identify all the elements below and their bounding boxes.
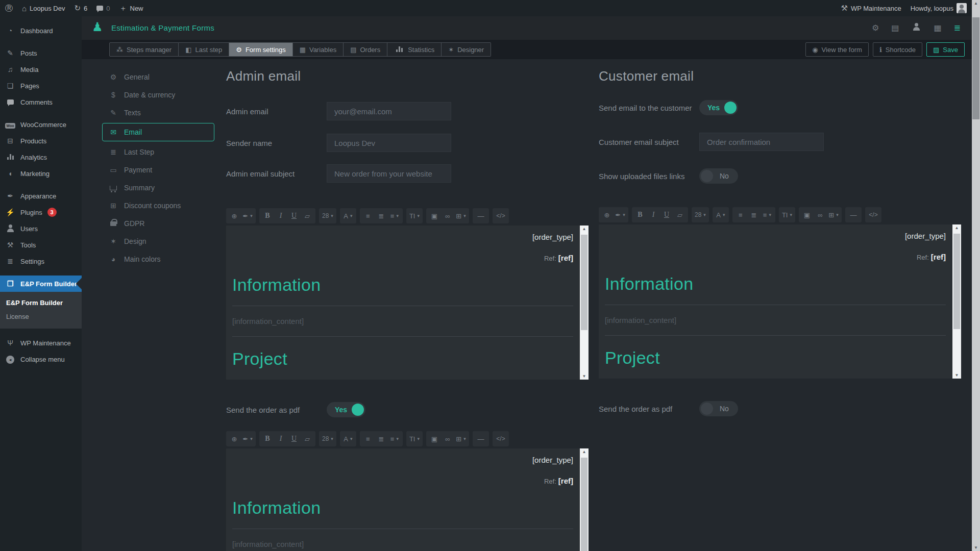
insert-link-icon[interactable]: ∞ — [814, 208, 827, 221]
collapse-menu-button[interactable]: ◂Collapse menu — [0, 351, 82, 367]
settings-nav-discount-coupons[interactable]: ⊞Discount coupons — [102, 198, 214, 213]
sidebar-item-analytics[interactable]: Analytics — [0, 149, 82, 165]
formats-dropdown[interactable]: TI — [780, 208, 794, 221]
sidebar-item-plugins[interactable]: ⚡Plugins3 — [0, 204, 82, 220]
insert-icon[interactable]: ⊕ — [228, 209, 241, 222]
editor-content[interactable]: [order_type] Ref:[ref] Information [info… — [226, 226, 589, 380]
sidebar-item-products[interactable]: ⊟Products — [0, 133, 82, 149]
unordered-list-icon[interactable]: ≡ — [361, 209, 375, 222]
site-name-link[interactable]: ⌂Loopus Dev — [22, 4, 65, 13]
editor-scrollbar[interactable]: ▲ ▼ — [580, 448, 589, 551]
horizontal-rule-icon[interactable]: — — [474, 432, 487, 445]
insert-table-icon[interactable]: ⊞ — [454, 209, 468, 222]
align-dropdown-icon[interactable]: ≡ — [388, 209, 401, 222]
italic-button[interactable]: I — [274, 432, 287, 445]
settings-nav-texts[interactable]: ✎Texts — [102, 105, 214, 120]
insert-image-icon[interactable]: ▣ — [428, 432, 441, 445]
code-view-button[interactable]: </> — [867, 208, 880, 221]
group-icon[interactable] — [911, 23, 921, 33]
style-pen-icon[interactable]: ✒ — [614, 208, 627, 221]
sender-name-input[interactable] — [327, 134, 451, 152]
uploaded-files-toggle[interactable]: No — [699, 168, 738, 184]
bold-button[interactable]: B — [261, 432, 274, 445]
editor-scrollbar[interactable]: ▲ ▼ — [580, 226, 589, 380]
scroll-down-icon[interactable]: ▼ — [952, 373, 961, 378]
comments-link[interactable]: 0 — [96, 5, 110, 12]
align-dropdown-icon[interactable]: ≡ — [761, 208, 774, 221]
sidebar-item-wp-maintenance[interactable]: ΨWP Maintenance — [0, 335, 82, 351]
style-pen-icon[interactable]: ✒ — [241, 209, 254, 222]
customer-subject-input[interactable] — [699, 133, 824, 151]
scroll-up-icon[interactable]: ▲ — [972, 1, 980, 6]
page-scrollbar[interactable]: ▲ ▼ — [972, 0, 980, 551]
settings-gears-icon[interactable]: ⚙ — [872, 23, 879, 33]
insert-link-icon[interactable]: ∞ — [441, 209, 454, 222]
sidebar-item-posts[interactable]: ✎Posts — [0, 45, 82, 61]
settings-nav-design[interactable]: ✶Design — [102, 234, 214, 248]
wordpress-menu[interactable]: Ⓡ — [5, 4, 13, 13]
menu-list-icon[interactable]: ≣ — [954, 23, 961, 33]
tab-designer[interactable]: ✶Designer — [442, 42, 491, 57]
admin-pdf-toggle[interactable]: Yes — [327, 402, 365, 417]
font-size-dropdown[interactable]: 28 — [693, 208, 707, 221]
insert-image-icon[interactable]: ▣ — [428, 209, 441, 222]
scroll-down-icon[interactable]: ▼ — [972, 545, 980, 550]
font-color-dropdown[interactable]: A — [714, 208, 727, 221]
tab-last-step[interactable]: ◧Last step — [179, 42, 229, 57]
unordered-list-icon[interactable]: ≡ — [361, 432, 375, 445]
tab-variables[interactable]: ▦Variables — [293, 42, 344, 57]
insert-image-icon[interactable]: ▣ — [800, 208, 814, 221]
settings-nav-last-step[interactable]: ≣Last Step — [102, 144, 214, 159]
remove-format-icon[interactable]: ▱ — [301, 209, 314, 222]
settings-nav-general[interactable]: ⚙General — [102, 69, 214, 84]
insert-icon[interactable]: ⊕ — [228, 432, 241, 445]
remove-format-icon[interactable]: ▱ — [673, 208, 687, 221]
scrollbar-thumb[interactable] — [581, 458, 587, 551]
admin-subject-input[interactable] — [327, 164, 451, 183]
sidebar-item-users[interactable]: Users — [0, 220, 82, 237]
underline-button[interactable]: U — [660, 208, 673, 221]
settings-nav-main-colors[interactable]: ◕Main colors — [102, 252, 214, 266]
calendar-icon[interactable]: ▦ — [934, 23, 941, 33]
formats-dropdown[interactable]: TI — [408, 209, 421, 222]
sidebar-item-ep-form-builder[interactable]: ❒E&P Form Builder — [0, 276, 82, 292]
sidebar-item-settings[interactable]: ≣Settings — [0, 253, 82, 269]
tab-orders[interactable]: ▤Orders — [344, 42, 387, 57]
new-content-link[interactable]: ＋New — [119, 4, 143, 13]
shortcode-button[interactable]: ℹShortcode — [873, 42, 922, 57]
insert-table-icon[interactable]: ⊞ — [827, 208, 840, 221]
sidebar-item-comments[interactable]: Comments — [0, 94, 82, 110]
sidebar-item-media[interactable]: ♫Media — [0, 61, 82, 78]
settings-nav-summary[interactable]: Summary — [102, 180, 214, 195]
sidebar-item-dashboard[interactable]: ◔Dashboard — [0, 22, 82, 39]
horizontal-rule-icon[interactable]: — — [474, 209, 487, 222]
style-pen-icon[interactable]: ✒ — [241, 432, 254, 445]
send-customer-toggle[interactable]: Yes — [699, 100, 738, 115]
sidebar-item-marketing[interactable]: ◖Marketing — [0, 165, 82, 182]
document-icon[interactable]: ▤ — [891, 23, 899, 33]
bold-button[interactable]: B — [633, 208, 647, 221]
submenu-item-license[interactable]: License — [6, 310, 82, 323]
editor-scrollbar[interactable]: ▲ ▼ — [952, 224, 961, 379]
scroll-up-icon[interactable]: ▲ — [580, 449, 589, 454]
scroll-down-icon[interactable]: ▼ — [580, 374, 589, 379]
font-size-dropdown[interactable]: 28 — [321, 209, 335, 222]
insert-icon[interactable]: ⊕ — [600, 208, 614, 221]
editor-content[interactable]: [order_type] Ref:[ref] Information [info… — [599, 224, 961, 379]
admin-email-input[interactable] — [327, 102, 451, 120]
save-button[interactable]: ▨Save — [926, 42, 965, 57]
maintenance-link[interactable]: ⚒WP Maintenance — [841, 4, 901, 13]
settings-nav-gdpr[interactable]: GDPR — [102, 216, 214, 231]
scrollbar-thumb[interactable] — [972, 17, 979, 119]
account-menu[interactable]: Howdy, loopus — [911, 3, 967, 13]
settings-nav-date-currency[interactable]: $Date & currency — [102, 87, 214, 102]
tab-statistics[interactable]: Statistics — [387, 42, 442, 57]
sidebar-item-tools[interactable]: ⚒Tools — [0, 237, 82, 253]
settings-nav-email[interactable]: ✉Email — [102, 123, 214, 141]
insert-table-icon[interactable]: ⊞ — [454, 432, 468, 445]
submenu-item-form-builder[interactable]: E&P Form Builder — [6, 296, 82, 310]
editor-content[interactable]: [order_type] Ref:[ref] Information [info… — [226, 448, 589, 551]
tab-steps-manager[interactable]: ⁂Steps manager — [109, 42, 179, 57]
bold-button[interactable]: B — [261, 209, 274, 222]
code-view-button[interactable]: </> — [494, 432, 507, 445]
